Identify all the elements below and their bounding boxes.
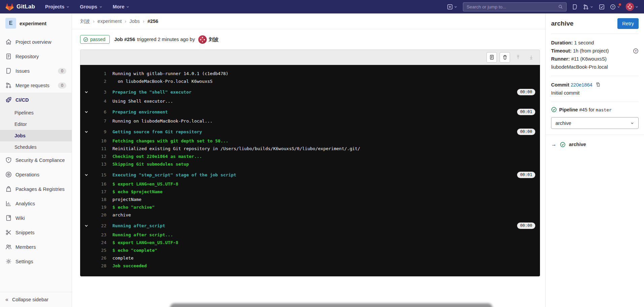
commit-row: Commit 220e1864 (551, 81, 639, 89)
sidebar-item-snippets[interactable]: Snippets (0, 225, 72, 240)
log-line-number: 25 (90, 246, 106, 254)
sidebar-item-security-compliance[interactable]: Security & Compliance (0, 153, 72, 167)
log-line-number: 23 (90, 231, 106, 239)
retry-button[interactable]: Retry (617, 18, 639, 29)
collapse-chevron-icon[interactable] (84, 90, 89, 94)
sidebar-item-packages-registries[interactable]: Packages & Registries (0, 182, 72, 196)
pipeline-passed-icon (551, 107, 557, 112)
sidebar-item-settings[interactable]: Settings (0, 254, 72, 269)
scroll-up-icon (515, 55, 521, 60)
log-line: 13Skipping Git submodules setup (80, 160, 540, 168)
sidebar-subitem-label: Pipelines (14, 110, 34, 115)
nav-menu-label: Projects (45, 4, 64, 9)
sidebar-item-analytics[interactable]: Analytics (0, 196, 72, 211)
collapse-chevron-icon[interactable] (84, 110, 89, 114)
job-title-line: Job #256 triggered 2 minutes ago by 刘波 (114, 35, 218, 44)
breadcrumb-item[interactable]: Jobs (129, 19, 140, 24)
section-duration-badge: 00:01 (517, 109, 535, 115)
pipeline-id[interactable]: #45 (579, 107, 587, 112)
help-question-icon[interactable]: ? (633, 48, 639, 54)
trash-icon (502, 55, 508, 60)
section-duration-badge: 00:00 (517, 129, 535, 135)
log-line-text: complete (112, 255, 134, 261)
stage-job-row[interactable]: → archive (551, 141, 639, 153)
runner-label: Runner: (551, 56, 570, 62)
global-search[interactable] (463, 2, 567, 11)
chevron-down-icon (635, 5, 639, 9)
nav-todos-button[interactable] (599, 4, 605, 10)
log-line: 4Using Shell executor... (80, 97, 540, 105)
gitlab-brand[interactable]: GitLab (5, 3, 35, 11)
pipeline-branch[interactable]: master (596, 107, 612, 112)
erase-log-button[interactable] (500, 52, 510, 63)
log-line-text: Checking out 220e1864 as master... (112, 154, 202, 159)
log-line-text: Executing "step_script" stage of the job… (112, 172, 236, 177)
log-line: 18projectName (80, 196, 540, 203)
collapse-chevron-icon[interactable] (84, 130, 89, 134)
log-line: 26complete (80, 254, 540, 262)
log-line-number: 1 (90, 70, 106, 77)
nav-menu-more[interactable]: More (113, 4, 130, 9)
log-line-text: $ echo "archive" (112, 205, 155, 210)
current-job-arrow-icon: → (551, 141, 556, 147)
log-line-number: 4 (90, 97, 106, 105)
nav-issues-button[interactable] (572, 4, 578, 10)
copy-clipboard-icon[interactable] (596, 82, 601, 87)
analytics-icon (5, 200, 12, 207)
log-line: 19$ echo "archive" (80, 203, 540, 211)
nav-menu-groups[interactable]: Groups (80, 4, 103, 9)
sidebar-item-label: Wiki (15, 215, 25, 221)
log-line: 10Fetching changes with git depth set to… (80, 137, 540, 145)
sidebar-item-schedules[interactable]: Schedules (0, 141, 72, 153)
log-line-number: 9 (90, 128, 106, 136)
chevron-down-icon (126, 5, 130, 9)
sidebar-item-issues[interactable]: Issues0 (0, 64, 72, 78)
project-header[interactable]: E experiment (0, 13, 72, 33)
commit-hash-link[interactable]: 220e1864 (571, 82, 592, 88)
stage-dropdown[interactable]: archive (551, 117, 639, 129)
sidebar-item-label: Repository (15, 54, 39, 59)
pipeline-label: Pipeline (559, 107, 578, 112)
new-menu-button[interactable] (447, 4, 457, 10)
log-section-header[interactable]: 22Running after_script00:00 (80, 222, 540, 230)
collapse-chevron-icon[interactable] (84, 224, 89, 228)
macos-dock-edge (170, 303, 493, 307)
nav-menu-projects[interactable]: Projects (45, 4, 70, 9)
sidebar-item-wiki[interactable]: Wiki (0, 211, 72, 225)
sidebar-item-repository[interactable]: Repository (0, 49, 72, 64)
trigger-user-name[interactable]: 刘波 (209, 36, 218, 43)
show-raw-log-button[interactable] (486, 52, 497, 63)
status-badge[interactable]: passed (80, 35, 110, 44)
sidebar-item-pipelines[interactable]: Pipelines (0, 107, 72, 118)
brand-name: GitLab (16, 3, 35, 10)
sidebar-item-jobs[interactable]: Jobs (0, 130, 72, 141)
breadcrumb-item[interactable]: experiment (98, 19, 122, 24)
user-menu-button[interactable] (626, 3, 639, 11)
nav-merge-requests-button[interactable] (583, 4, 594, 10)
log-section-header[interactable]: 3Preparing the "shell" executor00:00 (80, 88, 540, 96)
log-section-header[interactable]: 9Getting source from Git repository00:00 (80, 128, 540, 136)
sidebar-item-editor[interactable]: Editor (0, 118, 72, 130)
log-line-number: 6 (90, 108, 106, 116)
log-section-header[interactable]: 15Executing "step_script" stage of the j… (80, 171, 540, 179)
collapse-sidebar-button[interactable]: « Collapse sidebar (0, 292, 72, 307)
collapse-chevron-icon[interactable] (84, 173, 89, 177)
project-name: experiment (20, 21, 46, 26)
runner-row: Runner: #11 (K6wouxsS) liubodeMacBook-Pr… (551, 55, 639, 71)
log-section-header[interactable]: 6Preparing environment00:01 (80, 108, 540, 116)
sidebar-item-ci-cd[interactable]: CI/CD (0, 93, 72, 107)
search-input[interactable] (467, 4, 558, 9)
sidebar-item-operations[interactable]: Operations (0, 167, 72, 182)
log-line-number: 17 (90, 188, 106, 196)
duration-label: Duration: (551, 40, 573, 45)
trigger-user-avatar[interactable] (198, 35, 207, 44)
sidebar-item-members[interactable]: Members (0, 240, 72, 254)
sidebar-item-project-overview[interactable]: Project overview (0, 35, 72, 49)
user-avatar (626, 3, 634, 11)
breadcrumb-item[interactable]: 刘波 (80, 18, 90, 25)
sidebar-item-merge-requests[interactable]: Merge requests0 (0, 78, 72, 93)
nav-help-button[interactable]: ? (610, 4, 620, 10)
divider (551, 102, 639, 102)
divider (546, 135, 644, 135)
log-line-number: 22 (90, 222, 106, 230)
